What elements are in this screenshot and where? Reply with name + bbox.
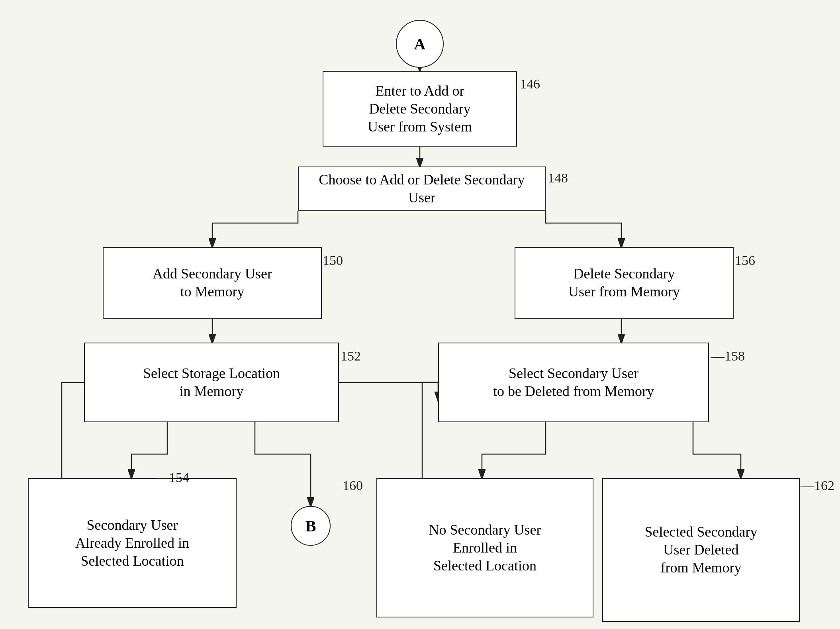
box-148: Choose to Add or Delete Secondary User [298, 167, 546, 211]
flowchart-diagram: A Enter to Add orDelete SecondaryUser fr… [0, 0, 840, 629]
box-156: Delete SecondaryUser from Memory [515, 247, 734, 319]
node-B: B [291, 506, 331, 546]
label-148: 148 [548, 170, 568, 186]
box-162: Selected SecondaryUser Deletedfrom Memor… [602, 478, 800, 622]
box-152: Select Storage Locationin Memory [84, 343, 339, 422]
box-154: Secondary UserAlready Enrolled inSelecte… [28, 478, 237, 608]
label-158: —158 [711, 349, 745, 364]
node-A: A [396, 20, 444, 68]
box-150: Add Secondary Userto Memory [103, 247, 322, 319]
label-162: —162 [801, 478, 834, 493]
label-156: 156 [735, 253, 755, 268]
label-152: 152 [341, 349, 361, 364]
label-154: —154 [155, 470, 189, 485]
box-160: No Secondary UserEnrolled inSelected Loc… [376, 478, 593, 617]
label-146: 146 [520, 76, 540, 92]
box-158: Select Secondary Userto be Deleted from … [438, 343, 709, 422]
label-150: 150 [323, 253, 343, 268]
label-160: 160 [343, 478, 363, 493]
box-146: Enter to Add orDelete SecondaryUser from… [323, 71, 517, 147]
